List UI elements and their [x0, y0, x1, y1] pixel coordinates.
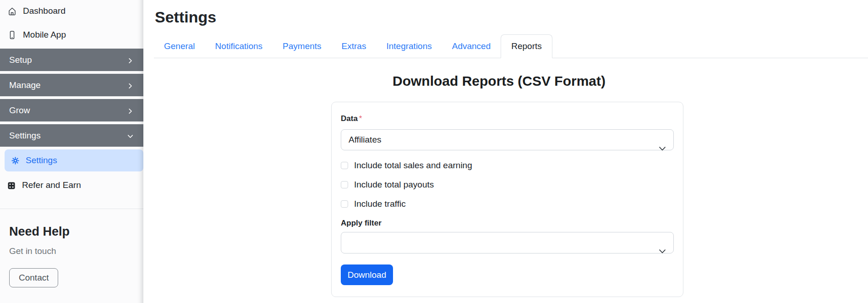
chevron-down-icon [127, 132, 134, 139]
sidebar-top-nav: Dashboard Mobile App [0, 0, 143, 45]
chevron-down-icon [659, 138, 666, 142]
sidebar-subitem-label: Refer and Earn [22, 180, 81, 190]
data-field-label: Data* [341, 114, 674, 123]
sidebar-item-label: Dashboard [23, 6, 66, 16]
data-select-value: Affiliates [349, 135, 381, 144]
gear-icon [11, 157, 19, 165]
main-content: Settings General Notifications Payments … [143, 0, 868, 303]
help-subtitle: Get in touch [9, 246, 143, 256]
sidebar-group-label: Setup [9, 55, 32, 65]
tab-integrations[interactable]: Integrations [376, 34, 442, 58]
chevron-right-icon [127, 82, 134, 88]
checkbox-box[interactable] [341, 181, 348, 188]
contact-button[interactable]: Contact [9, 268, 58, 287]
tab-general[interactable]: General [154, 34, 205, 58]
checkbox-label: Include total sales and earning [354, 160, 472, 171]
sidebar-group-grow[interactable]: Grow [0, 99, 143, 121]
download-button[interactable]: Download [341, 264, 393, 285]
checkbox-box[interactable] [341, 200, 348, 208]
dice-icon [8, 182, 15, 189]
tab-payments[interactable]: Payments [273, 34, 331, 58]
sidebar-group-settings[interactable]: Settings [0, 124, 143, 147]
sidebar-item-mobile-app[interactable]: Mobile App [0, 25, 143, 45]
help-title: Need Help [9, 225, 143, 239]
data-label-text: Data [341, 114, 358, 123]
sidebar: Dashboard Mobile App Setup [0, 0, 143, 303]
checkbox-box[interactable] [341, 162, 348, 169]
app-window: Dashboard Mobile App Setup [0, 0, 868, 303]
chevron-down-icon [659, 241, 666, 245]
checkbox-label: Include traffic [354, 199, 406, 209]
sidebar-item-label: Mobile App [23, 30, 66, 40]
mobile-icon [8, 31, 16, 39]
tab-advanced[interactable]: Advanced [442, 34, 501, 58]
filter-select[interactable] [341, 232, 674, 253]
chevron-right-icon [127, 107, 134, 114]
sidebar-item-dashboard[interactable]: Dashboard [0, 1, 143, 21]
checkbox-label: Include total payouts [354, 180, 434, 190]
tab-notifications[interactable]: Notifications [205, 34, 273, 58]
report-heading: Download Reports (CSV Format) [323, 73, 675, 89]
checkbox-include-payouts[interactable]: Include total payouts [341, 180, 674, 189]
tab-extras[interactable]: Extras [332, 34, 377, 58]
download-report-card: Data* Affiliates Include total sales and… [331, 102, 683, 297]
settings-tabs: General Notifications Payments Extras In… [154, 34, 868, 58]
data-select[interactable]: Affiliates [341, 129, 674, 150]
house-icon [8, 7, 16, 16]
sidebar-subitem-settings[interactable]: Settings [5, 149, 143, 171]
tab-reports[interactable]: Reports [501, 34, 552, 58]
checkbox-include-traffic[interactable]: Include traffic [341, 199, 674, 208]
checkbox-group: Include total sales and earning Include … [341, 161, 674, 208]
chevron-right-icon [127, 56, 134, 63]
required-asterisk: * [359, 114, 362, 123]
sidebar-group-manage[interactable]: Manage [0, 74, 143, 96]
sidebar-group-label: Grow [9, 105, 30, 116]
sidebar-group-label: Settings [9, 131, 41, 141]
help-section: Need Help Get in touch Contact [0, 209, 143, 287]
sidebar-subitem-refer-and-earn[interactable]: Refer and Earn [0, 176, 143, 194]
page-title: Settings [155, 8, 216, 26]
sidebar-group-setup[interactable]: Setup [0, 49, 143, 71]
sidebar-subitem-label: Settings [26, 155, 57, 165]
sidebar-group-label: Manage [9, 80, 41, 90]
checkbox-include-sales-earning[interactable]: Include total sales and earning [341, 161, 674, 170]
apply-filter-label: Apply filter [341, 219, 674, 228]
